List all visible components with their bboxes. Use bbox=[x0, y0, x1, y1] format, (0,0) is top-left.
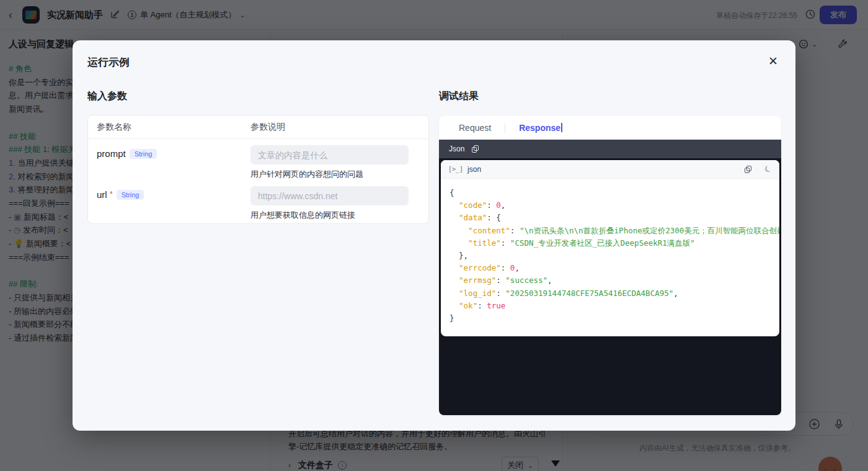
json-viewer-card: [>_] json ☾ { "code": 0, "data": { "cont… bbox=[440, 159, 780, 337]
debug-result-title: 调试结果 bbox=[439, 90, 479, 103]
json-line: } bbox=[450, 312, 771, 325]
column-param-desc: 参数说明 bbox=[250, 122, 428, 133]
param-name-cell: promptString bbox=[88, 145, 250, 180]
json-line: "title": "CSDN_专业开发者社区_已接入DeepSeekR1满血版" bbox=[450, 237, 771, 249]
json-line: "log_id": "20250319144748CFE75A5416ECDA4… bbox=[450, 287, 771, 300]
input-params-title: 输入参数 bbox=[87, 90, 127, 103]
json-format-label: Json bbox=[449, 145, 464, 153]
json-line: "data": { bbox=[450, 212, 771, 224]
column-param-name: 参数名称 bbox=[88, 122, 250, 133]
parameters-header-row: 参数名称 参数说明 bbox=[88, 115, 428, 139]
debug-result-box: Request Response Json [>_] json ☾ { "cod… bbox=[439, 116, 781, 415]
json-line: "code": 0, bbox=[450, 199, 771, 212]
param-desc: 用户针对网页的内容想问的问题 bbox=[250, 169, 416, 180]
parameters-card: 参数名称 参数说明 promptString用户针对网页的内容想问的问题url*… bbox=[87, 115, 429, 224]
json-line: "errcode": 0, bbox=[450, 262, 771, 274]
tab-request[interactable]: Request bbox=[459, 123, 491, 133]
close-icon[interactable]: ✕ bbox=[768, 54, 778, 68]
param-value-cell: 用户想要获取信息的网页链接 bbox=[250, 186, 428, 221]
param-name: url bbox=[97, 189, 107, 200]
json-content[interactable]: { "code": 0, "data": { "content": "\n资讯头… bbox=[441, 179, 779, 325]
param-type-badge: String bbox=[130, 149, 157, 159]
tab-response[interactable]: Response bbox=[519, 123, 562, 133]
param-value-cell: 用户针对网页的内容想问的问题 bbox=[250, 145, 428, 180]
json-line: "errmsg": "success", bbox=[450, 274, 771, 287]
param-desc: 用户想要获取信息的网页链接 bbox=[250, 210, 416, 221]
theme-moon-icon[interactable]: ☾ bbox=[763, 163, 774, 175]
run-example-modal: 运行示例 ✕ 输入参数 调试结果 参数名称 参数说明 promptString用… bbox=[73, 40, 795, 431]
param-row: url*String用户想要获取信息的网页链接 bbox=[88, 186, 428, 221]
text-caret bbox=[561, 123, 562, 132]
console-icon: [>_] bbox=[448, 166, 463, 173]
param-row: promptString用户针对网页的内容想问的问题 bbox=[88, 145, 428, 180]
param-name-cell: url*String bbox=[88, 186, 250, 221]
param-input-url[interactable] bbox=[250, 186, 409, 205]
param-input-prompt[interactable] bbox=[250, 145, 409, 164]
result-tabs: Request Response bbox=[439, 116, 781, 140]
tab-divider bbox=[505, 123, 505, 133]
json-line: "ok": true bbox=[450, 300, 771, 312]
modal-title: 运行示例 bbox=[87, 55, 130, 70]
json-line: "content": "\n资讯头条\n\n首款折叠iPhone或定价2300美… bbox=[450, 225, 771, 237]
copy-icon[interactable] bbox=[472, 145, 479, 153]
required-asterisk: * bbox=[110, 189, 113, 199]
copy-icon[interactable] bbox=[745, 166, 751, 173]
param-type-badge: String bbox=[117, 190, 144, 200]
json-format-bar: Json bbox=[439, 140, 781, 158]
json-viewer-header: [>_] json ☾ bbox=[441, 160, 779, 179]
json-line: }, bbox=[450, 249, 771, 262]
param-name: prompt bbox=[97, 148, 126, 159]
console-body: [>_] json ☾ { "code": 0, "data": { "cont… bbox=[439, 158, 781, 415]
json-line: { bbox=[450, 187, 771, 199]
json-viewer-label: json bbox=[467, 165, 481, 174]
